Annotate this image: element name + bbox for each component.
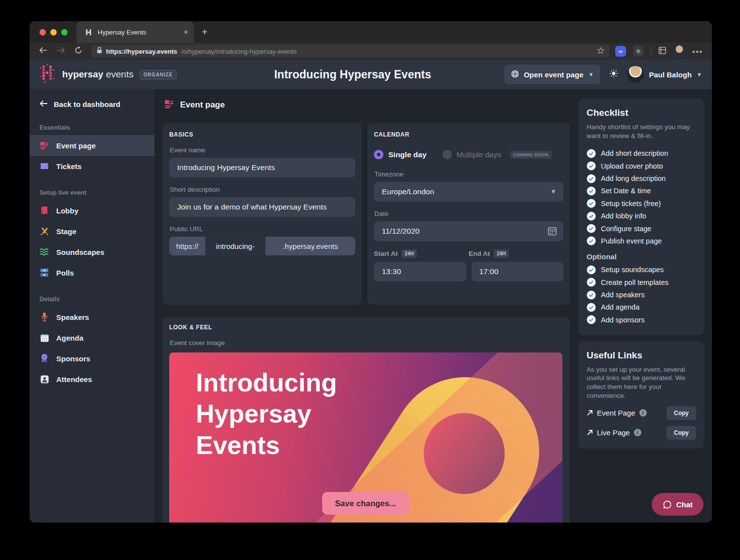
sidebar-item-polls[interactable]: Polls [30, 262, 154, 283]
checklist-items: Add short description Upload cover photo… [587, 147, 696, 247]
bookmark-star-icon[interactable] [597, 47, 604, 56]
collections-icon[interactable] [658, 46, 666, 57]
minimize-window-button[interactable] [50, 29, 57, 35]
back-icon[interactable] [36, 47, 50, 56]
ribbon-icon [39, 353, 49, 363]
calendar-icon [39, 333, 49, 343]
sidebar-item-attendees[interactable]: Attendees [30, 369, 154, 389]
sidebar-item-tickets[interactable]: Tickets [30, 156, 154, 176]
browser-tab[interactable]: Hypersay Events × [76, 21, 194, 43]
sidebar-section-setup-live-event: Setup live event [30, 176, 154, 200]
person-icon [39, 374, 49, 384]
useful-links-panel: Useful Links As you set up your event, s… [579, 341, 704, 449]
event-page-link[interactable]: Event Page i [587, 409, 666, 417]
close-window-button[interactable] [39, 29, 46, 35]
checklist-item[interactable]: Publish event page [587, 235, 696, 247]
user-name: Paul Balogh [649, 70, 692, 79]
checklist-item[interactable]: Add sponsors [587, 314, 696, 326]
date-input[interactable] [374, 221, 563, 241]
event-page-link-row: Event Page i Copy [587, 406, 696, 420]
optional-items: Setup soundscapes Create poll templates … [587, 264, 696, 326]
extension-icon[interactable]: ∞ [615, 46, 626, 57]
checklist-item[interactable]: Add agenda [587, 301, 696, 314]
sidebar-section-details: Details [30, 283, 154, 307]
user-menu[interactable]: Paul Balogh ▼ [627, 66, 702, 83]
sidebar-item-agenda[interactable]: Agenda [30, 327, 154, 348]
tab-close-icon[interactable]: × [184, 28, 188, 36]
short-description-input[interactable] [169, 197, 355, 217]
checklist-item[interactable]: Set Date & time [587, 185, 696, 197]
check-icon [587, 186, 596, 196]
checklist-item[interactable]: Add speakers [587, 288, 696, 301]
right-rail: Checklist Handy shortlist of settings yo… [579, 99, 704, 449]
checklist-item[interactable]: Upload cover photo [587, 160, 696, 172]
sidebar-item-speakers[interactable]: Speakers [30, 307, 154, 327]
open-event-page-button[interactable]: Open event page ▼ [504, 65, 601, 84]
back-to-dashboard[interactable]: Back to dashboard [30, 97, 154, 111]
address-bar[interactable]: https://hypersay.events/o/hypersay/intro… [92, 45, 609, 58]
copy-live-page-button[interactable]: Copy [666, 426, 696, 440]
browser-toolbar: https://hypersay.events/o/hypersay/intro… [30, 43, 712, 60]
organize-badge: ORGANIZE [140, 70, 177, 79]
checklist-item[interactable]: Configure stage [587, 222, 696, 235]
info-icon[interactable]: i [639, 409, 647, 417]
checklist-item[interactable]: Create poll templates [587, 276, 696, 288]
soundscapes-icon [39, 247, 49, 257]
date-field[interactable] [374, 221, 563, 241]
forward-icon[interactable] [53, 47, 68, 56]
browser-menu-icon[interactable]: ••• [692, 47, 703, 56]
brand[interactable]: hypersay events ORGANIZE [38, 64, 201, 85]
checklist-item[interactable]: Setup soundscapes [587, 264, 696, 276]
copy-event-page-button[interactable]: Copy [666, 406, 696, 420]
chevron-down-icon: ▼ [550, 188, 556, 195]
extension-icon[interactable]: ✳ [633, 46, 644, 57]
theme-toggle-sun-icon[interactable] [609, 69, 618, 80]
checklist-item[interactable]: Setup tickets (free) [587, 197, 696, 210]
public-url-control: https:// introducing- .hypersay.events [169, 237, 355, 255]
public-url-label: Public URL [170, 225, 355, 233]
cover-title: Introducing Hypersay Events [196, 367, 337, 461]
sidebar-item-sponsors[interactable]: Sponsors [30, 348, 154, 369]
zoom-window-button[interactable] [61, 29, 68, 35]
checklist-item[interactable]: Add lobby info [587, 210, 696, 222]
end-time-input[interactable] [472, 262, 564, 281]
url-slug-input[interactable]: introducing- [205, 237, 265, 255]
start-time-input[interactable] [374, 262, 466, 281]
cover-image-label: Event cover image [170, 339, 563, 347]
timezone-value[interactable] [374, 182, 563, 202]
sidebar-item-lobby[interactable]: Lobby [30, 200, 154, 221]
stage-icon [39, 226, 49, 236]
external-link-icon [587, 429, 593, 436]
chat-button[interactable]: Chat [652, 493, 703, 516]
single-day-radio[interactable] [374, 150, 383, 159]
info-icon[interactable]: i [634, 429, 641, 436]
live-page-link[interactable]: Live Page i [587, 428, 666, 437]
check-icon [587, 315, 596, 324]
sidebar-item-event-page[interactable]: Event page [30, 135, 154, 156]
chat-bubble-icon [663, 500, 672, 509]
multiple-days-radio[interactable] [443, 150, 452, 159]
new-tab-button[interactable]: + [194, 21, 216, 43]
browser-profile-avatar[interactable] [673, 45, 685, 57]
save-changes-button[interactable]: Save changes... [322, 492, 409, 515]
browser-extensions-area: ∞ ✳ ••• [615, 45, 706, 57]
event-page-icon [39, 140, 49, 150]
window-controls [30, 21, 76, 43]
live-page-link-row: Live Page i Copy [587, 426, 696, 440]
checklist-title: Checklist [587, 107, 696, 118]
toolbar-divider [651, 47, 651, 56]
event-name-input[interactable] [169, 158, 355, 177]
reload-icon[interactable] [71, 46, 86, 56]
checklist-item[interactable]: Add long description [587, 172, 696, 184]
start-at-label: Start At [374, 250, 398, 257]
event-page-icon [164, 99, 175, 111]
timezone-select[interactable]: ▼ [374, 182, 563, 202]
browser-tab-bar: Hypersay Events × + [30, 21, 712, 43]
checklist-item[interactable]: Add short description [587, 147, 696, 160]
header-actions: Open event page ▼ Paul Balogh ▼ [504, 65, 702, 84]
check-icon [587, 149, 596, 158]
sidebar-item-stage[interactable]: Stage [30, 221, 154, 242]
page-title: Event page [180, 100, 225, 110]
sidebar-item-soundscapes[interactable]: Soundscapes [30, 242, 154, 262]
globe-icon [511, 70, 519, 79]
